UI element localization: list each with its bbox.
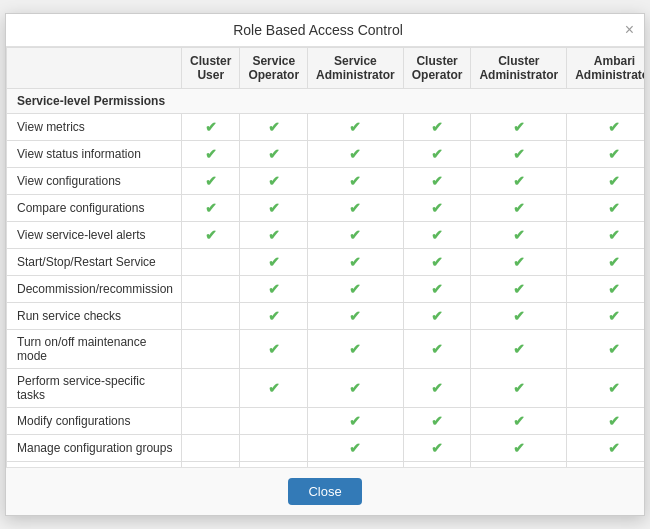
permission-cell: ✔ — [240, 369, 308, 408]
permission-cell: ✔ — [403, 168, 471, 195]
permission-cell: ✔ — [240, 276, 308, 303]
permission-cell: ✔ — [471, 435, 567, 462]
check-icon: ✔ — [205, 227, 217, 243]
permission-label: View status information — [7, 141, 182, 168]
check-icon: ✔ — [349, 281, 361, 297]
permission-cell: ✔ — [403, 369, 471, 408]
check-icon: ✔ — [513, 227, 525, 243]
check-icon: ✔ — [513, 440, 525, 456]
permission-cell: ✔ — [471, 330, 567, 369]
check-icon: ✔ — [431, 146, 443, 162]
table-row: Compare configurations✔✔✔✔✔✔ — [7, 195, 645, 222]
check-icon: ✔ — [431, 281, 443, 297]
check-icon: ✔ — [268, 281, 280, 297]
table-row: Start/Stop/Restart Service✔✔✔✔✔ — [7, 249, 645, 276]
table-row: Run service checks✔✔✔✔✔ — [7, 303, 645, 330]
check-icon: ✔ — [268, 308, 280, 324]
check-icon: ✔ — [608, 308, 620, 324]
check-icon: ✔ — [513, 380, 525, 396]
check-icon: ✔ — [268, 146, 280, 162]
check-icon: ✔ — [349, 173, 361, 189]
permission-cell: ✔ — [308, 195, 404, 222]
table-row: Manage configuration groups✔✔✔✔ — [7, 435, 645, 462]
check-icon: ✔ — [513, 173, 525, 189]
permission-cell — [182, 303, 240, 330]
permission-cell: ✔ — [567, 141, 644, 168]
permission-label: Run service checks — [7, 303, 182, 330]
check-icon: ✔ — [349, 227, 361, 243]
permission-cell: ✔ — [403, 195, 471, 222]
permission-label: Modify configurations — [7, 408, 182, 435]
permission-label: Start/Stop/Restart Service — [7, 249, 182, 276]
check-icon: ✔ — [513, 119, 525, 135]
check-icon: ✔ — [513, 146, 525, 162]
permission-cell: ✔ — [471, 249, 567, 276]
modal-header: Role Based Access Control × — [6, 14, 644, 47]
permission-cell: ✔ — [308, 249, 404, 276]
table-row: View configurations✔✔✔✔✔✔ — [7, 168, 645, 195]
check-icon: ✔ — [268, 341, 280, 357]
col-header-ambari-administrator: Ambari Administrator — [567, 48, 644, 89]
check-icon: ✔ — [205, 119, 217, 135]
permission-cell: ✔ — [403, 303, 471, 330]
permission-cell — [240, 435, 308, 462]
check-icon: ✔ — [608, 380, 620, 396]
modal-body: Cluster User Service Operator Service Ad… — [6, 47, 644, 467]
check-icon: ✔ — [513, 281, 525, 297]
permission-cell: ✔ — [471, 408, 567, 435]
check-icon: ✔ — [608, 254, 620, 270]
check-icon: ✔ — [513, 413, 525, 429]
permission-cell: ✔ — [567, 408, 644, 435]
close-x-button[interactable]: × — [625, 22, 634, 38]
permission-cell — [182, 249, 240, 276]
permission-cell: ✔ — [567, 330, 644, 369]
permission-cell: ✔ — [308, 114, 404, 141]
table-row: Decommission/recommission✔✔✔✔✔ — [7, 276, 645, 303]
check-icon: ✔ — [268, 200, 280, 216]
check-icon: ✔ — [608, 146, 620, 162]
permission-label: View metrics — [7, 114, 182, 141]
check-icon: ✔ — [431, 413, 443, 429]
permission-cell: ✔ — [308, 408, 404, 435]
check-icon: ✔ — [349, 413, 361, 429]
permission-cell: ✔ — [240, 303, 308, 330]
check-icon: ✔ — [608, 341, 620, 357]
check-icon: ✔ — [268, 254, 280, 270]
rbac-modal: Role Based Access Control × Cluster User… — [5, 13, 645, 516]
permission-label: Turn on/off maintenance mode — [7, 330, 182, 369]
permission-cell: ✔ — [471, 276, 567, 303]
permission-cell: ✔ — [471, 141, 567, 168]
permission-cell: ✔ — [567, 369, 644, 408]
permission-cell: ✔ — [240, 195, 308, 222]
check-icon: ✔ — [349, 308, 361, 324]
permission-cell: ✔ — [308, 303, 404, 330]
permission-cell: ✔ — [567, 276, 644, 303]
permission-cell: ✔ — [567, 222, 644, 249]
table-row: Perform service-specific tasks✔✔✔✔✔ — [7, 369, 645, 408]
permission-cell: ✔ — [471, 114, 567, 141]
permission-cell: ✔ — [403, 114, 471, 141]
close-button[interactable]: Close — [288, 478, 361, 505]
permission-cell — [182, 369, 240, 408]
permission-label: Compare configurations — [7, 195, 182, 222]
check-icon: ✔ — [268, 119, 280, 135]
check-icon: ✔ — [513, 200, 525, 216]
permission-cell: ✔ — [240, 114, 308, 141]
check-icon: ✔ — [268, 227, 280, 243]
permission-cell — [240, 408, 308, 435]
permission-label: Manage configuration groups — [7, 435, 182, 462]
check-icon: ✔ — [205, 200, 217, 216]
permission-cell: ✔ — [403, 249, 471, 276]
table-row: View service-level alerts✔✔✔✔✔✔ — [7, 222, 645, 249]
check-icon: ✔ — [268, 173, 280, 189]
col-header-permission — [7, 48, 182, 89]
permission-cell: ✔ — [403, 408, 471, 435]
permission-cell: ✔ — [567, 168, 644, 195]
permission-cell: ✔ — [240, 168, 308, 195]
permission-cell: ✔ — [567, 195, 644, 222]
table-wrapper[interactable]: Cluster User Service Operator Service Ad… — [6, 47, 644, 467]
check-icon: ✔ — [608, 200, 620, 216]
check-icon: ✔ — [513, 308, 525, 324]
permission-label: View service-level alerts — [7, 222, 182, 249]
check-icon: ✔ — [349, 254, 361, 270]
